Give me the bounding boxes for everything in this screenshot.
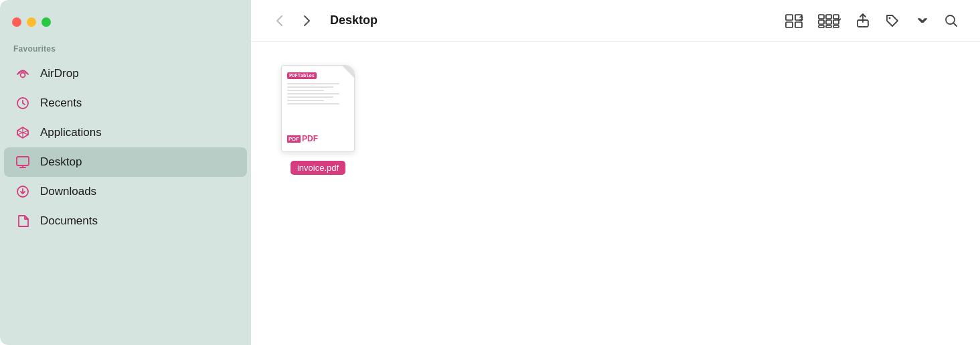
sidebar: Favourites AirDrop Recents [0, 0, 251, 345]
sidebar-item-airdrop[interactable]: AirDrop [4, 59, 247, 88]
share-button[interactable] [850, 9, 876, 32]
pdf-line-4 [287, 93, 339, 94]
svg-rect-10 [819, 25, 824, 27]
sidebar-item-downloads-label: Downloads [40, 185, 96, 198]
airdrop-icon [15, 66, 31, 82]
pdf-line-6 [287, 100, 324, 101]
recents-icon [15, 95, 31, 111]
toolbar-actions [779, 9, 964, 32]
sidebar-item-downloads[interactable]: Downloads [4, 177, 247, 206]
svg-rect-13 [826, 25, 831, 27]
more-button[interactable] [909, 9, 934, 32]
file-area: PDFTables PDF PDF invoice.pdf [251, 42, 980, 345]
sidebar-item-documents[interactable]: Documents [4, 206, 247, 236]
file-icon-invoice-pdf: PDFTables PDF PDF [274, 62, 361, 155]
svg-rect-7 [795, 22, 802, 27]
svg-rect-16 [833, 25, 839, 27]
sidebar-item-recents[interactable]: Recents [4, 88, 247, 118]
sidebar-item-desktop[interactable]: Desktop [4, 147, 247, 177]
svg-rect-15 [833, 20, 839, 24]
documents-icon [15, 213, 31, 229]
pdf-type-badge: PDF PDF [287, 134, 318, 143]
main-panel: Desktop [251, 0, 980, 345]
pdf-line-2 [287, 86, 333, 88]
pdf-line-5 [287, 96, 333, 98]
view-grid-button[interactable] [779, 9, 809, 32]
svg-rect-14 [833, 15, 839, 19]
sidebar-item-desktop-label: Desktop [40, 155, 82, 169]
pdf-line-3 [287, 90, 324, 91]
favourites-section-label: Favourites [0, 39, 251, 59]
sidebar-item-applications-label: Applications [40, 126, 102, 139]
pdf-badge-icon: PDF [287, 135, 301, 143]
page-title: Desktop [330, 13, 772, 27]
forward-button[interactable] [294, 9, 319, 32]
toolbar: Desktop [251, 0, 980, 42]
sidebar-item-recents-label: Recents [40, 96, 82, 110]
svg-point-18 [889, 17, 891, 19]
file-item-invoice-pdf[interactable]: PDFTables PDF PDF invoice.pdf [271, 62, 365, 175]
back-button[interactable] [267, 9, 293, 32]
svg-rect-8 [819, 15, 824, 19]
pdf-logo: PDFTables [287, 72, 317, 79]
pdf-paper: PDFTables PDF PDF [281, 65, 355, 152]
svg-rect-4 [786, 15, 793, 20]
svg-rect-11 [826, 15, 831, 19]
pdf-corner [342, 66, 354, 78]
svg-point-0 [21, 73, 25, 78]
sidebar-item-documents-label: Documents [40, 214, 98, 228]
svg-rect-9 [819, 20, 824, 24]
pdf-line-7 [287, 103, 339, 105]
pdf-line-1 [287, 83, 339, 84]
sidebar-item-airdrop-label: AirDrop [40, 67, 79, 80]
window-controls [0, 11, 251, 39]
pdf-badge-text: PDF [302, 134, 318, 143]
svg-rect-5 [795, 15, 802, 20]
desktop-icon [15, 154, 31, 170]
close-button[interactable] [12, 17, 21, 27]
minimize-button[interactable] [27, 17, 36, 27]
downloads-icon [15, 184, 31, 200]
group-button[interactable] [813, 9, 846, 32]
svg-rect-12 [826, 20, 831, 24]
sidebar-item-applications[interactable]: Applications [4, 118, 247, 147]
maximize-button[interactable] [42, 17, 51, 27]
svg-rect-2 [17, 157, 29, 165]
search-button[interactable] [938, 9, 964, 32]
svg-rect-6 [786, 22, 793, 27]
applications-icon [15, 125, 31, 141]
file-name-label: invoice.pdf [291, 161, 345, 175]
tag-button[interactable] [880, 9, 905, 32]
nav-buttons [267, 9, 319, 32]
